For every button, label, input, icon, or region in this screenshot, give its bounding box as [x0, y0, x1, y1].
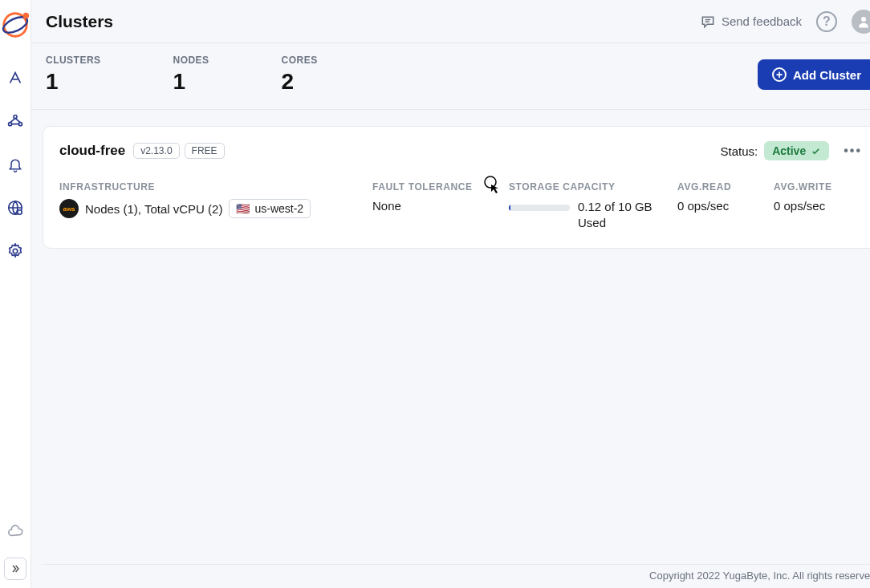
avgread-col: AVG.READ 0 ops/sec [677, 181, 766, 213]
page-title: Clusters [46, 12, 113, 31]
storage-bar [509, 205, 570, 211]
help-button[interactable]: ? [816, 11, 837, 32]
nav-network[interactable] [0, 193, 30, 223]
stat-nodes-value: 1 [173, 69, 209, 95]
main: Clusters Send feedback ? CLUSTERS 1 NODE… [31, 0, 870, 588]
stat-cores-value: 2 [282, 69, 318, 95]
nav-clusters[interactable] [0, 106, 30, 136]
logo [0, 10, 30, 40]
flag-icon: 🇺🇸 [236, 202, 250, 215]
stat-clusters: CLUSTERS 1 [46, 55, 101, 95]
avgwrite-col: AVG.WRITE 0 ops/sec [774, 181, 862, 213]
svg-point-3 [14, 115, 17, 118]
region-pill: 🇺🇸 us-west-2 [229, 199, 311, 218]
stat-cores-label: CORES [282, 55, 318, 66]
help-icon: ? [816, 11, 837, 32]
storage-col: STORAGE CAPACITY 0.12 of 10 GB Used [509, 181, 669, 232]
card-header: cloud-free v2.13.0 FREE Status: Active •… [59, 141, 862, 160]
nav-settings[interactable] [0, 236, 30, 266]
send-feedback-button[interactable]: Send feedback [700, 14, 802, 30]
storage-line1: 0.12 of 10 GB [578, 199, 652, 215]
status-value: Active [772, 144, 806, 157]
infra-col: INFRASTRUCTURE aws Nodes (1), Total vCPU… [59, 181, 364, 218]
fault-label: FAULT TOLERANCE [372, 181, 501, 193]
feedback-label: Send feedback [722, 14, 802, 28]
region-value: us-west-2 [254, 202, 303, 215]
storage-label: STORAGE CAPACITY [509, 181, 669, 193]
more-options-button[interactable]: ••• [844, 144, 862, 158]
avgread-label: AVG.READ [677, 181, 766, 193]
nav-alerts[interactable] [0, 149, 30, 180]
svg-point-7 [18, 210, 22, 215]
sidebar [0, 0, 31, 588]
fault-value: None [372, 199, 501, 213]
add-cluster-label: Add Cluster [793, 68, 861, 82]
infra-text: Nodes (1), Total vCPU (2) [85, 202, 222, 216]
stats-row: CLUSTERS 1 NODES 1 CORES 2 + Add Cluster [31, 43, 870, 110]
feedback-icon [700, 14, 716, 30]
infra-label: INFRASTRUCTURE [59, 181, 364, 193]
svg-point-8 [13, 249, 18, 253]
user-menu-button[interactable] [852, 10, 870, 34]
aws-icon: aws [59, 199, 79, 218]
stat-clusters-label: CLUSTERS [46, 55, 101, 66]
status-badge: Active [764, 141, 829, 160]
stat-clusters-value: 1 [46, 69, 101, 95]
avgwrite-label: AVG.WRITE [774, 181, 862, 193]
tier-pill: FREE [185, 143, 225, 159]
stat-nodes: NODES 1 [173, 55, 209, 95]
expand-sidebar-button[interactable] [4, 558, 26, 580]
add-cluster-button[interactable]: + Add Cluster [758, 59, 870, 90]
storage-line2: Used [578, 215, 652, 231]
version-pill: v2.13.0 [133, 143, 179, 159]
user-avatar-icon [852, 10, 870, 34]
check-icon [811, 146, 821, 156]
avgwrite-value: 0 ops/sec [774, 199, 862, 213]
footer-copyright: Copyright 2022 YugaByte, Inc. All rights… [43, 564, 870, 582]
cluster-card[interactable]: cloud-free v2.13.0 FREE Status: Active •… [43, 126, 870, 249]
plus-icon: + [772, 67, 787, 82]
fault-col: FAULT TOLERANCE None [372, 181, 501, 213]
content-area: cloud-free v2.13.0 FREE Status: Active •… [31, 110, 870, 588]
status-label: Status: [720, 144, 758, 158]
svg-point-2 [23, 13, 30, 19]
nav-getting-started[interactable] [0, 63, 30, 93]
stat-cores: CORES 2 [282, 55, 318, 95]
svg-point-5 [18, 123, 22, 126]
svg-point-9 [861, 17, 866, 22]
avgread-value: 0 ops/sec [677, 199, 766, 213]
top-header: Clusters Send feedback ? [31, 0, 870, 43]
svg-point-4 [9, 123, 12, 126]
cluster-name[interactable]: cloud-free [59, 143, 125, 159]
nav-cloud[interactable] [0, 516, 30, 546]
stat-nodes-label: NODES [173, 55, 209, 66]
